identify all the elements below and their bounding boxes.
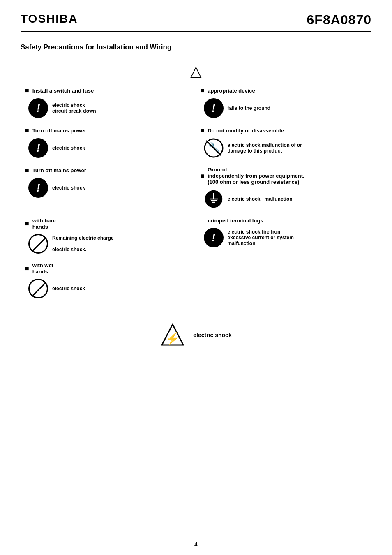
cell-text: falls to the ground	[228, 105, 271, 111]
cell-empty	[196, 259, 371, 316]
warning-exclaim-icon: !	[28, 178, 48, 198]
header-text: with wet hands	[32, 262, 53, 275]
bullet-icon: ■	[25, 127, 29, 134]
bottom-cell: ⚡ electric shock	[21, 316, 371, 354]
lightning-triangle-icon: ⚡	[160, 323, 185, 347]
no-bare-hands-icon	[28, 234, 48, 254]
cell-text: electric shock malfunction of or damage …	[228, 142, 302, 154]
cell-header: ■ Turn off mains power	[25, 127, 192, 134]
ground-svg	[205, 190, 223, 208]
table-row: ■ with bare hands Remaining electric cha…	[21, 214, 371, 259]
cell-text: electric shock	[52, 185, 85, 191]
header-text: appropriate device	[208, 88, 255, 94]
header-text: Do not modify or disassemble	[208, 127, 284, 134]
section-title: Safety Precautions for Installation and …	[21, 43, 371, 51]
page: TOSHIBA 6F8A0870 Safety Precautions for …	[0, 0, 392, 555]
bottom-content: ⚡ electric shock	[25, 323, 367, 347]
svg-text:⚡: ⚡	[166, 332, 180, 345]
cell-ground: ■ Ground independently from power equipm…	[196, 163, 371, 214]
cell-text: electric shock fire from excessive curre…	[228, 229, 294, 246]
cell-content: ! falls to the ground	[201, 97, 367, 120]
caution-header-row: △	[21, 58, 371, 83]
cell-text: electric shock	[52, 145, 85, 151]
cell-header: ■ Turn off mains power	[25, 166, 192, 174]
footer-line	[0, 536, 392, 536]
caution-triangle-icon: △	[190, 62, 202, 79]
footer-page-number: — 4 —	[0, 541, 392, 548]
no-wet-hands-icon	[28, 279, 48, 298]
document-number: 6F8A0870	[307, 12, 371, 28]
cell-content: electric shock malfunction	[201, 187, 367, 210]
bottom-warning-row: ⚡ electric shock	[21, 316, 371, 354]
cell-content: ! electric shock	[25, 176, 192, 199]
header-text: Install a switch and fuse	[32, 88, 94, 94]
cell-header: crimped terminal lugs	[201, 217, 367, 224]
header-text: Ground independently from power equipmen…	[208, 166, 304, 185]
cell-content: ! electric shock	[25, 136, 192, 160]
cell-header: ■ Install a switch and fuse	[25, 87, 192, 94]
cell-text: electric shock circuit break-down	[52, 102, 96, 114]
bullet-icon: ■	[25, 220, 29, 227]
cell-content: Remaining electric charge electric shock…	[25, 232, 192, 255]
cell-content: ! electric shock fire from excessive cur…	[201, 226, 367, 249]
table-row: ■ with wet hands electric shock	[21, 259, 371, 316]
bullet-icon: ■	[25, 265, 29, 272]
cell-no-modify: ■ Do not modify or disassemble 🔧	[196, 123, 371, 163]
cell-wet-hands: ■ with wet hands electric shock	[21, 259, 196, 316]
cell-header: ■ appropriate device	[201, 87, 367, 94]
cell-appropriate-device: ■ appropriate device ! falls to the grou…	[196, 83, 371, 123]
header-text: crimped terminal lugs	[208, 217, 263, 224]
ground-icon	[204, 189, 224, 209]
cell-content: 🔧 electric shock malfunction of or damag…	[201, 136, 367, 160]
bullet-icon: ■	[201, 127, 205, 134]
cell-turn-off-1: ■ Turn off mains power ! electric shock	[21, 123, 196, 163]
no-modify-svg: 🔧	[204, 138, 224, 158]
header-text: Turn off mains power	[32, 127, 86, 134]
cell-header: ■ Do not modify or disassemble	[201, 127, 367, 134]
no-modify-icon: 🔧	[204, 138, 224, 158]
warning-exclaim-icon: !	[204, 228, 224, 247]
cell-text: electric shock	[52, 286, 85, 291]
cell-bare-hands: ■ with bare hands Remaining electric cha…	[21, 214, 196, 259]
cell-text: electric shock malfunction	[228, 196, 293, 202]
header: TOSHIBA 6F8A0870	[21, 12, 371, 32]
toshiba-logo: TOSHIBA	[21, 12, 78, 25]
warning-exclaim-icon: !	[28, 98, 48, 118]
bullet-icon: ■	[25, 87, 29, 94]
bullet-icon: ■	[201, 87, 205, 94]
cell-install-switch: ■ Install a switch and fuse ! electric s…	[21, 83, 196, 123]
table-row: ■ Turn off mains power ! electric shock …	[21, 163, 371, 214]
cell-content: electric shock	[25, 277, 192, 300]
warning-exclaim-icon: !	[28, 138, 48, 158]
table-row: ■ Install a switch and fuse ! electric s…	[21, 83, 371, 123]
bottom-text: electric shock	[193, 332, 231, 338]
cell-header: ■ with wet hands	[25, 262, 192, 275]
warning-exclaim-icon: !	[204, 98, 224, 118]
warning-table: △ ■ Install a switch and fuse ! electric…	[21, 58, 371, 354]
bullet-icon: ■	[25, 166, 29, 174]
table-row: ■ Turn off mains power ! electric shock …	[21, 123, 371, 163]
cell-header: ■ with bare hands	[25, 217, 192, 230]
cell-text: Remaining electric charge electric shock…	[52, 235, 113, 252]
bullet-icon: ■	[201, 172, 205, 180]
header-text: with bare hands	[32, 217, 56, 230]
header-text: Turn off mains power	[32, 167, 86, 173]
cell-content: ! electric shock circuit break-down	[25, 97, 192, 120]
cell-turn-off-2: ■ Turn off mains power ! electric shock	[21, 163, 196, 214]
cell-crimped-terminal: crimped terminal lugs ! electric shock f…	[196, 214, 371, 259]
cell-header: ■ Ground independently from power equipm…	[201, 166, 367, 185]
